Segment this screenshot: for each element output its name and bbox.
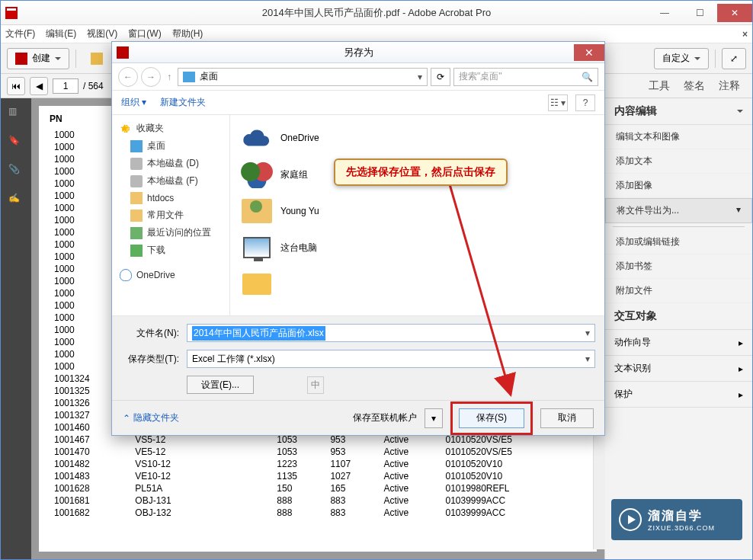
dialog-toolbar: 组织 ▾ 新建文件夹 ☷ ▾ ? [112,91,604,115]
folder-icon [91,53,103,65]
dialog-close-button[interactable]: ✕ [574,44,604,61]
desktop-icon [130,140,143,152]
thumbnails-icon[interactable]: ▥ [8,106,24,121]
file-folder-cut[interactable] [238,266,597,302]
chevron-down-icon[interactable]: ▾ [418,72,422,82]
folder-tree[interactable]: 收藏夹 桌面 本地磁盘 (D) 本地磁盘 (F) htdocs 常用文件 最近访… [112,115,230,315]
export-file[interactable]: 将文件导出为... ▾ [605,198,752,223]
file-user[interactable]: Young Yu [238,193,597,229]
filetype-select[interactable]: Excel 工作簿 (*.xlsx)▾ [187,350,595,368]
settings-button[interactable]: 设置(E)... [187,376,254,394]
window-title: 2014年中国人民币产品面价.pdf - Adobe Acrobat Pro [262,6,492,20]
close-doc-button[interactable]: × [742,29,748,40]
tree-downloads[interactable]: 下载 [118,242,223,259]
settings-row: 设置(E)... 中 [121,376,595,394]
hide-folders-link[interactable]: ⌃隐藏文件夹 [123,411,179,424]
disk-icon [130,175,143,187]
save-highlight: 保存(S) [450,402,533,435]
filetype-row: 保存类型(T): Excel 工作簿 (*.xlsx)▾ [121,350,595,368]
file-list[interactable]: OneDrive 家庭组 Young Yu 这台电脑 [230,115,604,315]
sign-tab[interactable]: 签名 [684,79,705,93]
attachment-icon[interactable]: 📎 [8,164,24,179]
filename-row: 文件名(N): 2014年中国人民币产品面价.xlsx▾ [121,324,595,342]
chevron-down-icon [737,110,743,116]
view-mode-button[interactable]: ☷ ▾ [548,94,568,111]
chevron-down-icon [55,57,61,63]
tree-recent[interactable]: 最近访问的位置 [118,224,223,242]
search-input[interactable]: 搜索"桌面" 🔍 [453,68,598,86]
add-bookmark[interactable]: 添加书签 [605,254,752,279]
nav-forward-button[interactable]: → [141,67,161,87]
page-input[interactable] [53,78,79,94]
divider [613,226,745,227]
new-folder-button[interactable]: 新建文件夹 [160,96,206,109]
prev-page-button[interactable]: ◀ [30,77,48,95]
nav-up-button[interactable]: ↑ [164,72,175,82]
chevron-down-icon [694,57,700,63]
chevron-right-icon: ▸ [739,363,743,374]
download-icon [130,245,143,257]
comment-tab[interactable]: 注释 [719,79,740,93]
chevron-down-icon: ▾ [736,204,741,215]
chevron-down-icon[interactable]: ▾ [585,328,590,338]
tree-favorites[interactable]: 收藏夹 [118,120,223,137]
tree-htdocs[interactable]: htdocs [118,190,223,206]
save-button[interactable]: 保存(S) [459,408,524,428]
signature-icon[interactable]: ✍ [8,193,24,208]
page-total: / 564 [83,81,104,91]
refresh-button[interactable]: ⟳ [431,68,450,86]
play-icon [619,508,642,531]
tree-common[interactable]: 常用文件 [118,206,223,224]
organize-button[interactable]: 组织 ▾ [121,96,146,109]
search-icon: 🔍 [582,72,593,82]
help-button[interactable]: ? [575,94,595,111]
tree-desktop[interactable]: 桌面 [118,137,223,155]
star-icon [120,123,132,135]
tools-tab[interactable]: 工具 [649,79,670,93]
minimize-button[interactable]: — [647,4,682,22]
filename-input[interactable]: 2014年中国人民币产品面价.xlsx▾ [187,324,595,342]
app-icon [5,7,18,19]
group-icon [241,161,273,188]
attach-file[interactable]: 附加文件 [605,279,752,303]
fullscreen-button[interactable]: ⤢ [722,48,746,69]
add-link[interactable]: 添加或编辑链接 [605,230,752,254]
menu-view[interactable]: 视图(V) [87,27,117,40]
chevron-down-icon[interactable]: ▾ [585,354,590,364]
tree-onedrive[interactable]: OneDrive [118,267,223,283]
dialog-body: 收藏夹 桌面 本地磁盘 (D) 本地磁盘 (F) htdocs 常用文件 最近访… [112,115,604,315]
bookmark-icon[interactable]: 🔖 [8,135,24,150]
left-rail: ▥ 🔖 📎 ✍ [1,98,31,559]
interactive-header[interactable]: 交互对象 [605,303,752,330]
nav-back-button[interactable]: ← [118,67,138,87]
save-as-dialog: 另存为 ✕ ← → ↑ 桌面 ▾ ⟳ 搜索"桌面" 🔍 组织 ▾ 新建文件夹 ☷… [111,41,605,436]
customize-label: 自定义 [662,52,690,65]
add-image[interactable]: 添加图像 [605,174,752,198]
open-button[interactable] [82,48,111,69]
crumb-text: 桌面 [200,70,218,83]
close-button[interactable]: ✕ [717,4,752,22]
edit-text-image[interactable]: 编辑文本和图像 [605,125,752,149]
menu-edit[interactable]: 编辑(E) [46,27,76,40]
breadcrumb[interactable]: 桌面 ▾ [178,68,428,86]
file-onedrive[interactable]: OneDrive [238,120,597,156]
menu-window[interactable]: 窗口(W) [128,27,161,40]
text-rec[interactable]: 文本识别▸ [605,356,752,382]
online-dropdown[interactable]: ▾ [425,408,443,428]
table-row: 1001628PL51A150165Active01019980REFL [50,482,586,494]
menu-file[interactable]: 文件(F) [5,27,35,40]
window-controls: — ☐ ✕ [647,4,752,22]
cancel-button[interactable]: 取消 [540,408,594,428]
tree-disk-f[interactable]: 本地磁盘 (F) [118,172,223,190]
content-edit-header[interactable]: 内容编辑 [605,98,752,125]
action-guide[interactable]: 动作向导▸ [605,330,752,356]
protect[interactable]: 保护▸ [605,382,752,408]
file-thispc[interactable]: 这台电脑 [238,229,597,266]
tree-disk-d[interactable]: 本地磁盘 (D) [118,155,223,172]
menu-help[interactable]: 帮助(H) [172,27,203,40]
maximize-button[interactable]: ☐ [682,4,717,22]
first-page-button[interactable]: ⏮ [7,77,25,95]
create-button[interactable]: 创建 [7,48,69,69]
customize-button[interactable]: 自定义 [654,48,709,69]
add-text[interactable]: 添加文本 [605,149,752,174]
